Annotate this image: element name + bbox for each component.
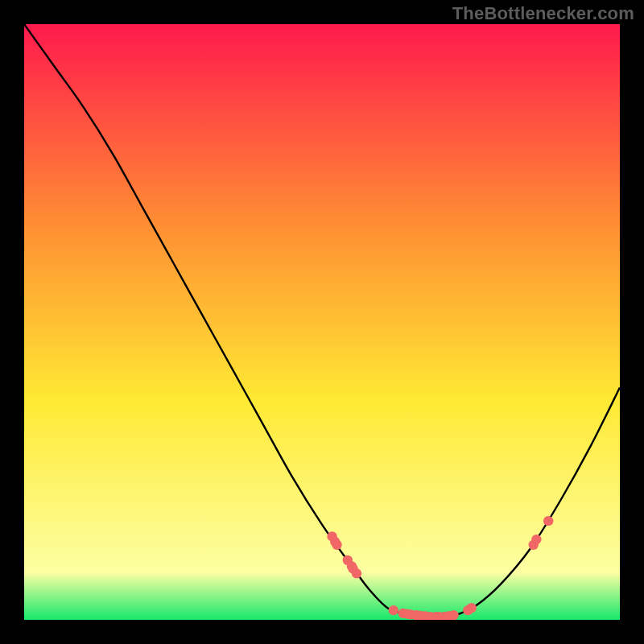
data-marker [352,568,361,578]
data-marker [531,535,541,544]
watermark-text: TheBottlenecker.com [452,3,634,24]
bottleneck-chart [24,24,620,620]
chart-root: TheBottlenecker.com [0,0,644,644]
data-marker [467,603,477,613]
data-marker [332,540,341,550]
gradient-background [24,24,620,620]
data-marker [448,610,458,620]
data-marker [543,516,553,526]
data-marker [389,605,398,615]
